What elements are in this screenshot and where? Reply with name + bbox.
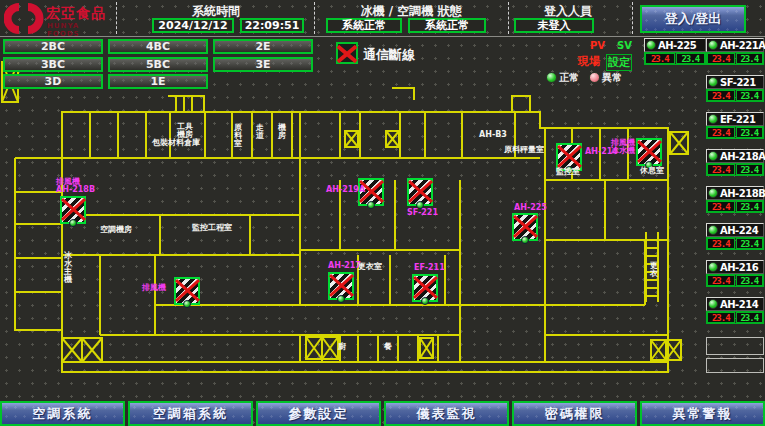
comm-fault-unit[interactable]	[407, 178, 433, 206]
room-label: 更 衣	[650, 262, 658, 278]
mini-led-icon	[69, 219, 77, 227]
room-label: 監控室	[556, 168, 580, 176]
mini-led-icon	[183, 300, 191, 308]
room-label: 更衣室	[358, 263, 382, 271]
comm-fault-unit[interactable]	[412, 274, 438, 302]
unit-tag-label: AH-219A	[326, 186, 365, 194]
mini-led-icon	[337, 295, 345, 303]
unit-tag-label: AH-217	[328, 262, 361, 270]
room-label: 餐	[384, 343, 392, 351]
comm-fault-unit[interactable]	[174, 277, 200, 305]
room-label: 機 房	[278, 124, 286, 140]
comm-fault-unit[interactable]	[636, 138, 662, 166]
nav-button-4[interactable]: 儀表監視	[384, 401, 509, 426]
unit-tag-label: EF-211	[414, 264, 445, 272]
comm-fault-unit[interactable]	[328, 272, 354, 300]
nav-button-5[interactable]: 密碼權限	[512, 401, 637, 426]
room-label: 工具 機房	[177, 123, 193, 139]
room-label: 包裝材料倉庫	[152, 139, 200, 147]
footer-nav: 空調系統空調箱系統參數設定儀表監視密碼權限異常警報	[0, 401, 765, 426]
unit-tag-label: AH-225	[514, 204, 547, 212]
unit-tag-label: 排風機 冰水機	[611, 139, 635, 155]
nav-button-2[interactable]: 空調箱系統	[128, 401, 253, 426]
comm-fault-unit[interactable]	[60, 196, 86, 224]
room-label: 原 料 室	[234, 124, 242, 148]
mini-led-icon	[521, 236, 529, 244]
room-label: 冰 水 主 機	[64, 252, 72, 284]
room-label: 走 道	[256, 124, 264, 140]
nav-button-6[interactable]: 異常警報	[640, 401, 765, 426]
room-label: 監控工程室	[192, 224, 232, 232]
mini-led-icon	[367, 201, 375, 209]
unit-tag-label: SF-221	[407, 209, 438, 217]
room-label: 空調機房	[100, 226, 132, 234]
unit-tag-label: 排風機 AH-218B	[56, 178, 95, 194]
nav-button-3[interactable]: 參數設定	[256, 401, 381, 426]
hmi-screen: 宏亞食品 HUNYA FOODS 系統時間 2024/12/12 22:09:5…	[0, 0, 765, 426]
room-label: 原料秤量室	[504, 146, 544, 154]
unit-tag-label: 排風機	[142, 284, 166, 292]
mini-led-icon	[421, 297, 429, 305]
room-label: AH-B3	[479, 131, 507, 139]
floorplan: 排風機 AH-218BAH-219ASF-221AH-214排風機 冰水機AH-…	[0, 0, 765, 426]
room-label: 休息室	[640, 167, 664, 175]
room-label: 廚	[338, 343, 346, 351]
nav-button-1[interactable]: 空調系統	[0, 401, 125, 426]
comm-fault-unit[interactable]	[512, 213, 538, 241]
